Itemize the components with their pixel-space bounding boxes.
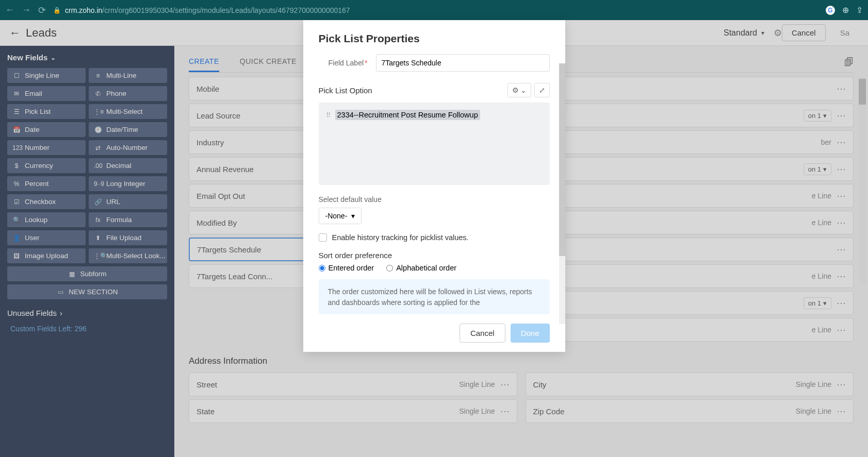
sort-alpha-radio[interactable]: Alphabetical order (386, 264, 456, 272)
field-label-input[interactable] (376, 54, 550, 72)
gear-icon: ⚙ (512, 86, 519, 94)
zoom-icon[interactable]: ⊕ (842, 5, 849, 15)
default-value-label: Select default value (319, 195, 550, 204)
chevron-down-icon: ▾ (351, 212, 355, 220)
modal-title: Pick List Properties (303, 20, 565, 54)
picklist-properties-modal: Pick List Properties Field Label* Pick L… (303, 20, 565, 352)
sort-entered-radio[interactable]: Entered order (319, 264, 374, 272)
picklist-option-label: Pick List Option (319, 86, 372, 95)
options-gear-button[interactable]: ⚙⌄ (507, 83, 531, 97)
default-value-dropdown[interactable]: -None-▾ (319, 208, 362, 224)
modal-vertical-scrollbar[interactable] (559, 63, 565, 324)
url-bar[interactable]: 🔒 crm.zoho.in/crm/org60019950304/setting… (53, 6, 818, 14)
reload-icon[interactable]: ⟳ (38, 5, 46, 16)
chevron-down-icon: ⌄ (520, 86, 527, 94)
modal-done-button[interactable]: Done (511, 324, 550, 343)
back-icon[interactable]: ← (5, 5, 14, 15)
share-icon[interactable]: ⇪ (856, 5, 863, 15)
history-tracking-label: Enable history tracking for picklist val… (332, 233, 469, 242)
forward-icon[interactable]: → (22, 5, 31, 15)
google-icon[interactable]: G (826, 6, 835, 15)
sort-info-box: The order customized here will be follow… (319, 279, 550, 314)
field-label-label: Field Label* (319, 59, 368, 67)
modal-overlay: Pick List Properties Field Label* Pick L… (0, 20, 868, 457)
lock-icon: 🔒 (53, 7, 61, 14)
picklist-option-item[interactable]: ⠿ 2334--Recruitment Post Resume Followup (326, 110, 543, 120)
drag-handle-icon[interactable]: ⠿ (326, 111, 331, 119)
history-tracking-checkbox[interactable] (319, 233, 327, 242)
modal-cancel-button[interactable]: Cancel (460, 324, 505, 343)
picklist-options-box: ⠿ 2334--Recruitment Post Resume Followup (319, 103, 550, 185)
browser-chrome: ← → ⟳ 🔒 crm.zoho.in/crm/org60019950304/s… (0, 0, 868, 20)
expand-button[interactable]: ⤢ (534, 83, 550, 97)
expand-icon: ⤢ (539, 86, 545, 94)
sort-order-label: Sort order preference (319, 251, 550, 260)
